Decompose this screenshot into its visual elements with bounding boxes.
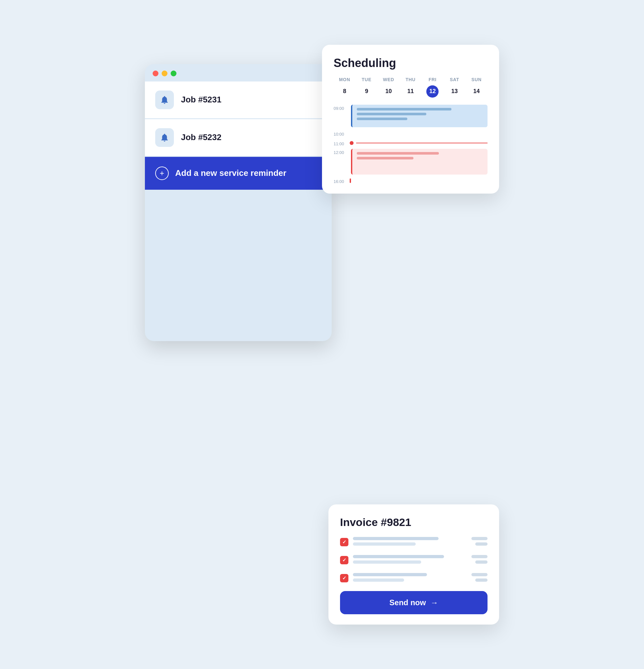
minimize-window-dot[interactable]: [162, 71, 168, 76]
cal-day-sat: SAT: [443, 77, 465, 82]
checkbox-1[interactable]: ✓: [340, 538, 348, 546]
calendar-dates: 8 9 10 11 12 13 14: [333, 85, 487, 98]
inv-line-1-2: [353, 542, 416, 546]
inv-amount-3-2: [475, 579, 487, 582]
inv-amount-3-1: [471, 573, 487, 576]
invoice-item-2-lines: [353, 555, 467, 566]
invoice-item-1: ✓: [340, 537, 487, 548]
invoice-item-3: ✓: [340, 573, 487, 584]
add-reminder-label: Add a new service reminder: [175, 168, 286, 178]
checkmark-3: ✓: [342, 575, 346, 581]
bell-icon: [155, 90, 174, 109]
job-2-title: Job #5232: [181, 132, 221, 142]
cal-day-sun: SUN: [466, 77, 487, 82]
cal-date-12-active[interactable]: 12: [426, 85, 439, 98]
time-label-16: 16:00: [333, 178, 347, 184]
checkbox-3[interactable]: ✓: [340, 574, 348, 582]
checkbox-2[interactable]: ✓: [340, 556, 348, 564]
cal-day-thu: THU: [400, 77, 421, 82]
inv-line-2-2: [353, 560, 421, 564]
inv-amount-1-2: [475, 542, 487, 546]
cal-date-10[interactable]: 10: [383, 85, 395, 98]
time-label-9: 09:00: [333, 105, 347, 111]
time-row-16: 16:00: [333, 178, 487, 184]
block-line-2: [357, 113, 426, 115]
block-line-red-1: [357, 152, 439, 155]
invoice-item-1-amounts: [471, 537, 487, 546]
cal-date-11[interactable]: 11: [404, 85, 417, 98]
inv-amount-1-1: [471, 537, 487, 540]
time-block-blue: [351, 105, 487, 127]
checkmark-1: ✓: [342, 539, 346, 545]
invoice-item-2-amounts: [471, 555, 487, 564]
time-label-12: 12:00: [333, 149, 347, 155]
cal-date-13[interactable]: 13: [448, 85, 461, 98]
block-line-3: [357, 117, 407, 120]
cal-date-14[interactable]: 14: [470, 85, 483, 98]
cal-day-tue: TUE: [356, 77, 377, 82]
plus-circle-icon: +: [155, 167, 169, 180]
scheduling-card: Scheduling MON TUE WED THU FRI SAT SUN 8…: [322, 45, 499, 194]
calendar-header: MON TUE WED THU FRI SAT SUN: [333, 77, 487, 82]
time-block-red: [351, 149, 487, 174]
job-card-2[interactable]: Job #5232: [145, 119, 332, 156]
scheduling-title: Scheduling: [333, 56, 487, 70]
invoice-item-1-lines: [353, 537, 467, 548]
plus-icon: +: [160, 169, 164, 177]
bell-icon-2: [155, 128, 174, 147]
left-panel: Job #5231 Job #5232 + Add a new service …: [145, 64, 332, 341]
block-line-1: [357, 108, 452, 111]
cal-date-9[interactable]: 9: [360, 85, 373, 98]
time-row-9: 09:00: [333, 105, 487, 127]
inv-amount-2-2: [475, 560, 487, 564]
send-now-arrow-icon: →: [430, 598, 438, 607]
cal-day-wed: WED: [378, 77, 400, 82]
invoice-item-3-amounts: [471, 573, 487, 582]
time-row-12: 12:00: [333, 149, 487, 174]
send-now-label: Send now: [389, 598, 426, 607]
send-now-button[interactable]: Send now →: [340, 591, 487, 614]
invoice-title: Invoice #9821: [340, 516, 487, 529]
invoice-item-3-lines: [353, 573, 467, 584]
end-marker: [350, 179, 351, 183]
red-separator-line: [356, 143, 487, 144]
scene: Job #5231 Job #5232 + Add a new service …: [145, 45, 499, 625]
inv-line-3-2: [353, 579, 404, 582]
timeline: 09:00 10:00 11:00 12:00: [333, 105, 487, 184]
invoice-card: Invoice #9821 ✓ ✓: [328, 504, 499, 625]
inv-line-2-1: [353, 555, 444, 558]
window-controls: [145, 64, 332, 82]
block-line-red-2: [357, 157, 413, 159]
red-dot-icon: [350, 141, 354, 145]
job-1-title: Job #5231: [181, 95, 221, 105]
inv-line-1-1: [353, 537, 439, 540]
checkmark-2: ✓: [342, 557, 346, 563]
cal-date-8[interactable]: 8: [339, 85, 350, 98]
time-label-11: 11:00: [333, 140, 347, 146]
invoice-item-2: ✓: [340, 555, 487, 566]
time-row-10: 10:00: [333, 130, 487, 137]
inv-line-3-1: [353, 573, 427, 576]
job-card-1[interactable]: Job #5231: [145, 82, 332, 118]
cal-day-mon: MON: [333, 77, 356, 82]
add-reminder-button[interactable]: + Add a new service reminder: [145, 157, 332, 190]
time-label-10: 10:00: [333, 130, 347, 137]
inv-amount-2-1: [471, 555, 487, 558]
cal-day-fri: FRI: [421, 77, 443, 82]
time-row-11: 11:00: [333, 140, 487, 146]
maximize-window-dot[interactable]: [171, 71, 176, 76]
close-window-dot[interactable]: [153, 71, 158, 76]
